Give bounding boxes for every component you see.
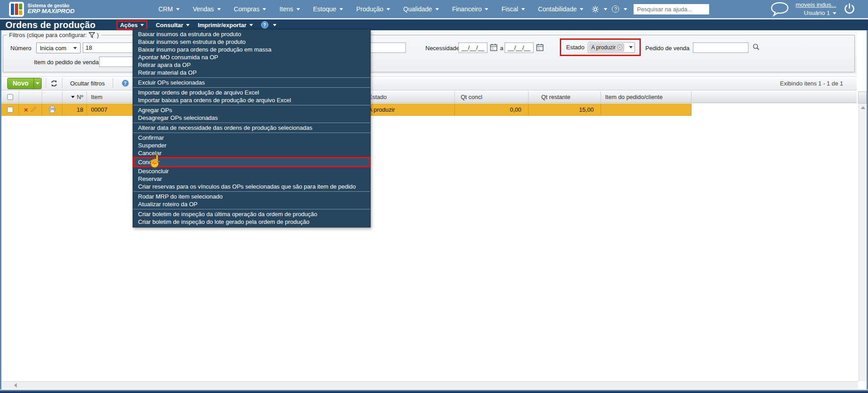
menu-item[interactable]: Confirmar [133,134,370,142]
topmenu-itens[interactable]: Itens [279,5,300,13]
header-qt-restante[interactable]: Qt restante [529,91,601,103]
calendar-icon[interactable] [490,43,497,51]
print-icon[interactable] [48,106,56,113]
novo-dropdown-arrow[interactable] [33,78,41,89]
cell-item-pedido-cliente [601,104,692,116]
menu-separator [133,77,370,78]
estado-filter-highlight-box: Estado A produzir × [560,38,641,56]
company-link[interactable]: moveis indus... [796,1,836,9]
chevron-down-icon [73,47,77,49]
menu-item[interactable]: Criar boletim de inspeção da última oper… [133,210,370,218]
scroll-up-arrow-icon[interactable] [861,106,865,109]
topmenu-vendas[interactable]: Vendas [193,5,221,13]
topmenu-financeiro[interactable]: Financeiro [452,5,488,13]
search-icon[interactable] [752,43,760,51]
help-dropdown-chevron-icon[interactable] [624,8,627,10]
menu-item[interactable]: Retirar apara da OP [133,61,370,69]
novo-button[interactable]: Novo [7,78,42,89]
chevron-down-icon [833,12,836,14]
menu-item[interactable]: Criar boletim de inspeção do lote gerado… [133,218,370,226]
horizontal-scrollbar[interactable] [1,381,858,389]
user-menu[interactable]: Usuário 1 [796,9,836,17]
grid-help-icon[interactable]: ? [122,80,129,87]
chat-bubble-icon[interactable] [770,1,789,17]
menu-separator [133,133,370,133]
ocultar-filtros-button[interactable]: Ocultar filtros [67,78,109,89]
menu-item[interactable]: Desagregar OPs selecionadas [133,114,370,122]
gear-dropdown-chevron-icon[interactable] [604,8,607,10]
header-numero[interactable]: Nº [62,91,87,103]
page-help-icon[interactable]: ? [261,21,268,28]
cell-estado: A produzir [364,104,455,116]
page-header-bar: Ordens de produção Ações Consultar Impri… [0,19,868,30]
estado-multiselect[interactable]: A produzir × [588,42,635,53]
chevron-down-icon [217,8,221,10]
table-row[interactable]: × 18 00007 A produzir 0,00 15,00 [1,104,857,116]
chevron-down-icon [386,8,390,10]
help-search-input[interactable] [634,4,709,14]
header-estado[interactable]: Estado [364,91,455,103]
filters-legend[interactable]: Filtros (clique para configurar: ) [7,32,101,38]
numero-label: Número [10,45,31,52]
menu-item[interactable]: Rodar MRP do item selecionado [133,193,370,200]
chevron-down-icon[interactable] [273,24,277,26]
menu-item[interactable]: Criar reservas para os vínculos das OPs … [133,183,370,190]
menu-item[interactable]: Alterar data de necessidade das ordens d… [133,124,370,132]
menu-item[interactable]: Baixar insumos da estrutura de produto [133,30,370,38]
pedido-venda-input[interactable] [693,43,749,53]
menu-item[interactable]: Baixar insumo para ordens de produção em… [133,46,370,53]
edit-pencil-icon[interactable] [30,106,37,113]
remove-tag-icon[interactable]: × [617,45,622,50]
menu-item[interactable]: Baixar insumos sem estrutura de produto [133,38,370,46]
calendar-icon[interactable] [536,43,544,51]
menu-item[interactable]: Importar ordens de produção de arquivo E… [133,89,370,96]
topmenu-producao[interactable]: Produção [356,5,390,13]
menu-item-concluir-highlighted[interactable]: Concluir [133,157,370,167]
chevron-down-icon [485,8,488,10]
menu-item[interactable]: Atualizar roteiro da OP [133,200,370,208]
page-title: Ordens de produção [5,20,95,30]
necessidade-from-input[interactable] [458,43,487,53]
scroll-left-arrow-icon[interactable] [14,383,17,388]
pedido-venda-label: Pedido de venda [645,45,690,52]
topmenu-crm[interactable]: CRM [158,5,180,13]
necessidade-to-input[interactable] [505,43,534,53]
menu-item[interactable]: Excluir OPs selecionadas [133,79,370,86]
refresh-icon[interactable] [50,80,58,87]
menu-item[interactable]: Reservar [133,175,370,183]
sort-desc-icon [71,96,75,98]
menu-item[interactable]: Suspender [133,142,370,149]
header-item-pedido-cliente[interactable]: Item do pedido/cliente [601,91,692,103]
header-qt-concl[interactable]: Qt concl [455,91,529,103]
numero-operator-select[interactable]: Inicia com [36,43,81,53]
topmenu-fiscal[interactable]: Fiscal [501,5,525,13]
menu-acoes[interactable]: Ações [120,22,144,28]
chevron-down-icon [296,8,300,10]
row-checkbox[interactable] [7,107,13,113]
vertical-scrollbar[interactable] [858,104,867,381]
acoes-dropdown-menu: Baixar insumos da estrutura de produto B… [133,29,371,227]
date-range-separator: a [500,45,503,52]
topmenu-qualidade[interactable]: Qualidade [403,5,439,13]
cell-qt-concl: 0,00 [455,104,529,116]
header-actions-col [19,91,42,103]
help-icon[interactable]: ? [612,5,619,13]
topmenu-estoque[interactable]: Estoque [313,5,343,13]
topmenu-contabilidade[interactable]: Contabilidade [538,5,584,13]
menu-item[interactable]: Desconcluir [133,167,370,175]
menu-item[interactable]: Retirar material da OP [133,69,370,76]
menu-item[interactable]: Importar baixas para ordens de produção … [133,96,370,104]
gear-icon[interactable] [591,5,599,13]
menu-imprimir-exportar[interactable]: Imprimir/exportar [198,22,253,28]
menu-consultar[interactable]: Consultar [156,22,190,28]
menu-separator [133,87,370,88]
menu-item[interactable]: Cancelar [133,149,370,157]
select-all-checkbox[interactable] [7,94,13,100]
delete-row-icon[interactable]: × [24,107,28,113]
logout-power-icon[interactable] [843,2,856,16]
menu-separator [133,191,370,192]
topmenu-compras[interactable]: Compras [234,5,267,13]
menu-item[interactable]: Agregar OPs [133,106,370,114]
menu-item[interactable]: Apontar MO consumida na OP [133,53,370,61]
maxiprod-logo-icon [9,2,24,17]
